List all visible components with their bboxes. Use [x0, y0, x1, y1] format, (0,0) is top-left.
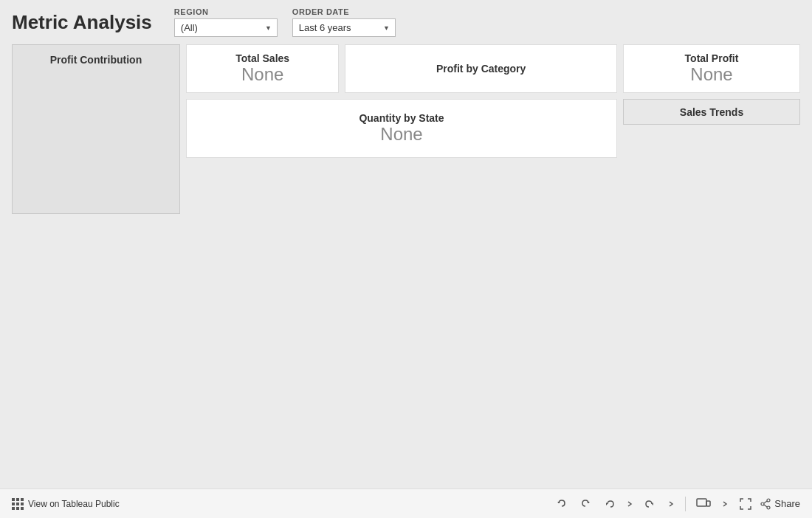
top-metrics-row: Total Sales None Profit by Category	[186, 44, 617, 93]
sales-trends-card: Sales Trends	[623, 99, 800, 125]
total-sales-value: None	[241, 64, 283, 85]
fullscreen-button[interactable]	[736, 494, 755, 514]
left-panel: Profit Contribution	[12, 44, 180, 214]
quantity-state-card: Quantity by State None	[186, 99, 617, 158]
quantity-state-title: Quantity by State	[359, 112, 444, 124]
redo-button[interactable]	[576, 494, 595, 514]
forward-button[interactable]	[641, 494, 660, 514]
forward-chevron-button[interactable]	[664, 495, 678, 513]
back-button[interactable]	[599, 494, 619, 514]
share-label: Share	[774, 498, 800, 509]
device-preview-chevron[interactable]	[718, 495, 732, 513]
svg-rect-0	[12, 498, 15, 501]
region-select-wrapper[interactable]: (All) East West Central South	[174, 18, 278, 37]
profit-contribution-card: Profit Contribution	[12, 44, 180, 214]
svg-point-12	[761, 503, 764, 505]
app-title: Metric Analysis	[12, 11, 152, 34]
right-panel: Total Profit None Sales Trends	[623, 44, 800, 214]
total-profit-card: Total Profit None	[623, 44, 800, 93]
back-chevron-button[interactable]	[623, 495, 636, 513]
svg-rect-3	[12, 503, 15, 505]
center-panel: Total Sales None Profit by Category Quan…	[186, 44, 617, 214]
toolbar-left: View on Tableau Public	[12, 498, 546, 510]
total-profit-value: None	[690, 64, 732, 85]
filter-group: REGION (All) East West Central South ORD…	[174, 7, 396, 37]
view-on-tableau-label[interactable]: View on Tableau Public	[28, 499, 120, 509]
region-filter: REGION (All) East West Central South	[174, 7, 278, 37]
order-date-label: ORDER DATE	[292, 7, 396, 16]
toolbar-divider	[685, 497, 686, 511]
svg-point-11	[767, 499, 770, 502]
svg-rect-6	[12, 507, 15, 510]
total-profit-title: Total Profit	[685, 52, 739, 64]
quantity-state-value: None	[380, 124, 422, 145]
profit-category-title: Profit by Category	[436, 63, 526, 75]
svg-rect-9	[697, 499, 706, 506]
order-date-select[interactable]: Last 6 years Last 3 years Last year All	[292, 18, 396, 37]
svg-point-13	[767, 506, 770, 509]
order-date-select-wrapper[interactable]: Last 6 years Last 3 years Last year All	[292, 18, 396, 37]
bottom-toolbar: View on Tableau Public	[0, 488, 812, 518]
order-date-filter: ORDER DATE Last 6 years Last 3 years Las…	[292, 7, 396, 37]
share-button[interactable]: Share	[760, 498, 800, 510]
profit-category-card: Profit by Category	[345, 44, 617, 93]
region-select[interactable]: (All) East West Central South	[174, 18, 278, 37]
undo-button[interactable]	[552, 494, 571, 514]
header: Metric Analysis REGION (All) East West C…	[0, 0, 812, 44]
svg-line-14	[764, 501, 767, 503]
device-preview-button[interactable]	[693, 494, 714, 514]
svg-rect-2	[21, 498, 24, 501]
svg-rect-1	[16, 498, 19, 501]
tableau-icon	[12, 498, 24, 510]
svg-rect-7	[16, 507, 19, 510]
sales-trends-title: Sales Trends	[680, 106, 743, 118]
profit-contribution-title: Profit Contribution	[21, 54, 171, 66]
toolbar-right: Share	[552, 494, 800, 514]
svg-rect-10	[706, 501, 710, 506]
svg-rect-5	[21, 503, 24, 505]
total-sales-card: Total Sales None	[186, 44, 339, 93]
region-label: REGION	[174, 7, 278, 16]
svg-line-15	[764, 505, 767, 507]
svg-rect-8	[21, 507, 24, 510]
svg-rect-4	[16, 503, 19, 505]
total-sales-title: Total Sales	[235, 52, 289, 64]
main-layout: Profit Contribution Total Sales None Pro…	[0, 44, 812, 214]
